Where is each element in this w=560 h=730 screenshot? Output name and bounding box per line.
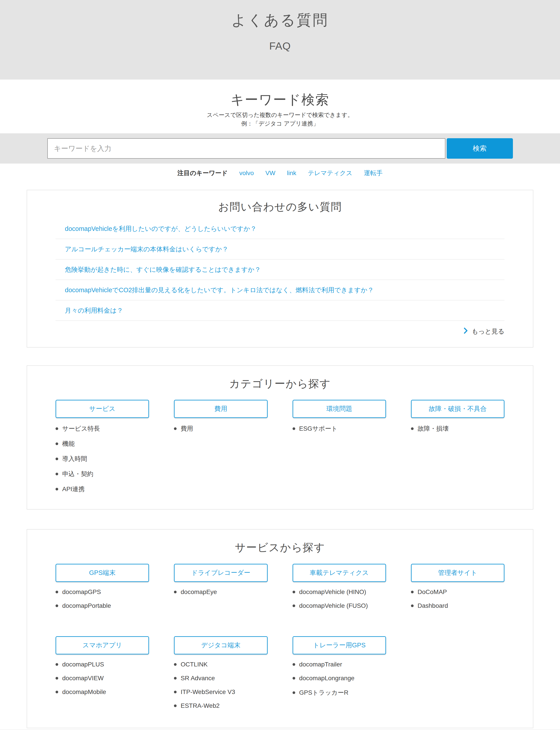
list-item[interactable]: ESGサポート [293, 421, 386, 436]
category-button-cost[interactable]: 費用 [174, 400, 267, 418]
question-row: アルコールチェッカー端末の本体料金はいくらですか？ [56, 239, 504, 259]
question-row: docomapVehicleを利用したいのですが、どうしたらいいですか？ [56, 219, 504, 239]
list-item[interactable]: docomapGPS [56, 585, 149, 599]
service-column-driverecorder: ドライブレコーダー docomapEye [174, 564, 267, 599]
category-button-environment[interactable]: 環境問題 [293, 400, 386, 418]
question-link[interactable]: docomapVehicleを利用したいのですが、どうしたらいいですか？ [65, 225, 257, 232]
services-grid: GPS端末 docomapGPS docomapPortable ドライブレコー… [56, 564, 504, 713]
category-items: 故障・損壊 [411, 421, 504, 436]
question-row: 危険挙動が起きた時に、すぐに映像を確認することはできますか？ [56, 259, 504, 280]
search-bar-strip: 検索 [0, 133, 560, 163]
categories-heading: カテゴリーから探す [56, 377, 504, 390]
category-items: 費用 [174, 421, 267, 436]
list-item[interactable]: docomapVehicle (FUSO) [293, 599, 386, 613]
popular-questions-list: docomapVehicleを利用したいのですが、どうしたらいいですか？ アルコ… [56, 219, 504, 321]
keyword-link-vw[interactable]: VW [265, 169, 275, 177]
list-item[interactable]: ESTRA-Web2 [174, 699, 267, 713]
list-item[interactable]: docomapMobile [56, 685, 149, 699]
service-button-driverecorder[interactable]: ドライブレコーダー [174, 564, 267, 582]
service-items: docomapGPS docomapPortable [56, 585, 149, 613]
list-item[interactable]: GPSトラッカーR [293, 685, 386, 700]
popular-questions-box: お問い合わせの多い質問 docomapVehicleを利用したいのですが、どうし… [27, 190, 533, 347]
list-item[interactable]: docomapEye [174, 585, 267, 599]
faq-page: よくある質問 FAQ キーワード検索 スペースで区切った複数のキーワードで検索で… [0, 0, 560, 730]
service-items: docomapEye [174, 585, 267, 599]
list-item[interactable]: 費用 [174, 421, 267, 436]
service-items: docomapVehicle (HINO) docomapVehicle (FU… [293, 585, 386, 613]
service-button-gps[interactable]: GPS端末 [56, 564, 149, 582]
service-column-telematics: 車載テレマティクス docomapVehicle (HINO) docomapV… [293, 564, 386, 613]
service-column-gps: GPS端末 docomapGPS docomapPortable [56, 564, 149, 613]
list-item[interactable]: API連携 [56, 482, 149, 497]
search-description-line1: スペースで区切った複数のキーワードで検索できます。 [0, 111, 560, 119]
list-item[interactable]: 故障・損壊 [411, 421, 504, 436]
list-item[interactable]: docomapTrailer [293, 658, 386, 671]
list-item[interactable]: OCTLINK [174, 658, 267, 671]
service-button-adminsite[interactable]: 管理者サイト [411, 564, 504, 582]
more-row: もっと見る [56, 327, 504, 336]
search-input[interactable] [47, 138, 445, 159]
keyword-link-link[interactable]: link [287, 169, 296, 177]
service-items: docomapTrailer docomapLongrange GPSトラッカー… [293, 658, 386, 700]
services-box: サービスから探す GPS端末 docomapGPS docomapPortabl… [27, 529, 533, 728]
list-item[interactable]: docomapVIEW [56, 671, 149, 685]
category-items: サービス特長 機能 導入時間 申込・契約 API連携 [56, 421, 149, 497]
keyword-search-section: キーワード検索 スペースで区切った複数のキーワードで検索できます。 例：「デジタ… [0, 80, 560, 177]
keyword-link-driver[interactable]: 運転手 [364, 169, 383, 177]
service-button-telematics[interactable]: 車載テレマティクス [293, 564, 386, 582]
service-button-trailergps[interactable]: トレーラー用GPS [293, 636, 386, 654]
page-subtitle: FAQ [0, 40, 560, 52]
service-button-digitacho[interactable]: デジタコ端末 [174, 636, 267, 654]
featured-keywords-label: 注目のキーワード [177, 169, 228, 177]
category-column-service: サービス サービス特長 機能 導入時間 申込・契約 API連携 [56, 400, 149, 497]
list-item[interactable]: サービス特長 [56, 421, 149, 436]
category-button-service[interactable]: サービス [56, 400, 149, 418]
question-link[interactable]: docomapVehicleでCO2排出量の見える化をしたいです。トンキロ法では… [65, 286, 374, 293]
category-column-cost: 費用 費用 [174, 400, 267, 436]
question-row: 月々の利用料金は？ [56, 300, 504, 321]
services-heading: サービスから探す [56, 541, 504, 554]
list-item[interactable]: 機能 [56, 436, 149, 451]
list-item[interactable]: docomapPLUS [56, 658, 149, 671]
search-bar: 検索 [47, 138, 513, 159]
categories-box: カテゴリーから探す サービス サービス特長 機能 導入時間 申込・契約 API連… [27, 365, 533, 510]
list-item[interactable]: 申込・契約 [56, 467, 149, 482]
page-header: よくある質問 FAQ [0, 0, 560, 80]
category-button-failure[interactable]: 故障・破損・不具合 [411, 400, 504, 418]
service-items: OCTLINK SR Advance ITP-WebService V3 EST… [174, 658, 267, 713]
service-column-digitacho: デジタコ端末 OCTLINK SR Advance ITP-WebService… [174, 636, 267, 713]
search-button[interactable]: 検索 [447, 138, 513, 159]
search-description-line2: 例：「デジタコ アプリ連携」 [0, 119, 560, 128]
keyword-link-volvo[interactable]: volvo [239, 169, 254, 177]
list-item[interactable]: 導入時間 [56, 451, 149, 467]
list-item[interactable]: SR Advance [174, 671, 267, 685]
see-more-link[interactable]: もっと見る [463, 327, 504, 336]
list-item[interactable]: docomapLongrange [293, 671, 386, 685]
question-link[interactable]: 月々の利用料金は？ [65, 307, 123, 314]
categories-grid: サービス サービス特長 機能 導入時間 申込・契約 API連携 費用 費用 環境… [56, 400, 504, 497]
service-button-smartphoneapp[interactable]: スマホアプリ [56, 636, 149, 654]
list-item[interactable]: DoCoMAP [411, 585, 504, 599]
question-link[interactable]: 危険挙動が起きた時に、すぐに映像を確認することはできますか？ [65, 266, 261, 273]
popular-questions-heading: お問い合わせの多い質問 [56, 200, 504, 213]
search-description: スペースで区切った複数のキーワードで検索できます。 例：「デジタコ アプリ連携」 [0, 111, 560, 128]
list-item[interactable]: docomapVehicle (HINO) [293, 585, 386, 599]
featured-keywords-row: 注目のキーワード volvo VW link テレマティクス 運転手 [0, 169, 560, 177]
service-column-smartphoneapp: スマホアプリ docomapPLUS docomapVIEW docomapMo… [56, 636, 149, 699]
category-items: ESGサポート [293, 421, 386, 436]
category-column-failure: 故障・破損・不具合 故障・損壊 [411, 400, 504, 436]
page-title: よくある質問 [0, 12, 560, 28]
search-heading: キーワード検索 [0, 92, 560, 107]
list-item[interactable]: Dashboard [411, 599, 504, 613]
category-column-environment: 環境問題 ESGサポート [293, 400, 386, 436]
service-column-adminsite: 管理者サイト DoCoMAP Dashboard [411, 564, 504, 613]
service-items: docomapPLUS docomapVIEW docomapMobile [56, 658, 149, 699]
list-item[interactable]: docomapPortable [56, 599, 149, 613]
keyword-link-telematics[interactable]: テレマティクス [308, 169, 353, 177]
chevron-right-icon [463, 327, 468, 335]
question-link[interactable]: アルコールチェッカー端末の本体料金はいくらですか？ [65, 245, 228, 253]
list-item[interactable]: ITP-WebService V3 [174, 685, 267, 699]
question-row: docomapVehicleでCO2排出量の見える化をしたいです。トンキロ法では… [56, 280, 504, 300]
service-items: DoCoMAP Dashboard [411, 585, 504, 613]
service-column-trailergps: トレーラー用GPS docomapTrailer docomapLongrang… [293, 636, 386, 700]
